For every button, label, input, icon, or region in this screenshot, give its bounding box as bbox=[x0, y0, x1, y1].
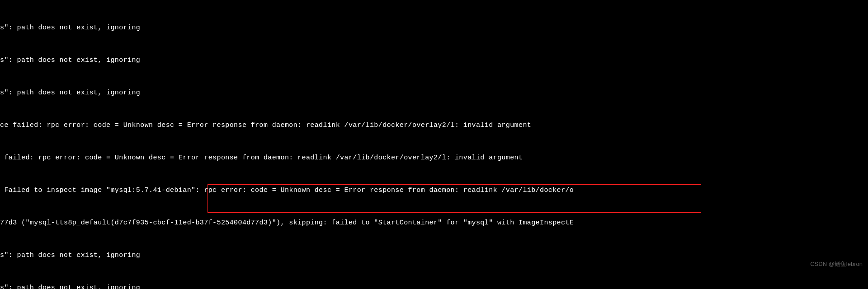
log-line: ce failed: rpc error: code = Unknown des… bbox=[0, 120, 868, 131]
log-line: failed: rpc error: code = Unknown desc =… bbox=[0, 153, 868, 163]
log-line: s": path does not exist, ignoring bbox=[0, 283, 868, 289]
log-line: s": path does not exist, ignoring bbox=[0, 250, 868, 261]
log-line: 77d3 ("mysql-tts8p_default(d7c7f935-cbcf… bbox=[0, 218, 868, 228]
terminal-output: s": path does not exist, ignoring s": pa… bbox=[0, 1, 868, 289]
log-line: s": path does not exist, ignoring bbox=[0, 55, 868, 66]
log-line: s": path does not exist, ignoring bbox=[0, 88, 868, 98]
log-line: Failed to inspect image "mysql:5.7.41-de… bbox=[0, 185, 868, 196]
log-line: s": path does not exist, ignoring bbox=[0, 23, 868, 33]
